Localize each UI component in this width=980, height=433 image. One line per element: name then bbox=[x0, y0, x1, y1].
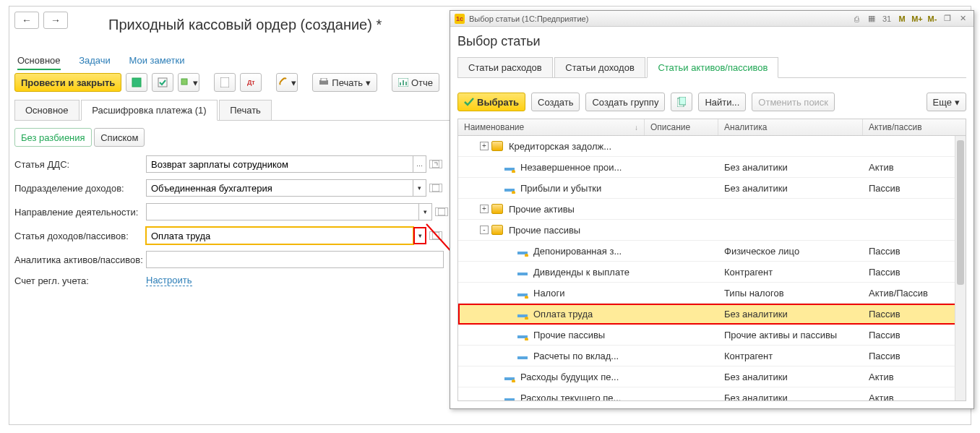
nav-back-button[interactable]: ← bbox=[14, 12, 39, 29]
direction-dd[interactable]: ▾ bbox=[419, 203, 432, 220]
col-ap[interactable]: Актив/пассив bbox=[863, 119, 966, 135]
dds-open[interactable] bbox=[429, 160, 442, 168]
tab-main[interactable]: Основное bbox=[14, 100, 79, 120]
doc-icon-2[interactable]: Дт bbox=[240, 73, 262, 92]
titlebar-m[interactable]: M bbox=[895, 13, 908, 25]
select-button[interactable]: Выбрать bbox=[457, 93, 525, 111]
tab-income[interactable]: Статьи доходов bbox=[554, 57, 645, 77]
direction-open[interactable] bbox=[435, 207, 448, 216]
expand-icon[interactable]: - bbox=[480, 226, 489, 234]
toplink-notes[interactable]: Мои заметки bbox=[129, 55, 184, 66]
based-on-button[interactable]: ▾ bbox=[178, 73, 199, 92]
folder-icon bbox=[491, 204, 503, 214]
dds-input[interactable] bbox=[146, 155, 413, 173]
row-name: Оплата труда bbox=[533, 309, 593, 320]
expand-icon[interactable]: + bbox=[480, 205, 489, 213]
dds-more[interactable]: … bbox=[413, 155, 426, 173]
tree-row[interactable]: Дивиденды к выплатеКонтрагентПассив bbox=[458, 262, 966, 283]
select-label: Выбрать bbox=[477, 97, 519, 108]
income-dd[interactable]: ▾ bbox=[413, 227, 426, 244]
tree-row[interactable]: Прибыли и убыткиБез аналитикиПассив bbox=[458, 178, 966, 199]
titlebar-calendar-icon[interactable]: 31 bbox=[880, 13, 893, 25]
account-configure-link[interactable]: Настроить bbox=[146, 275, 192, 286]
tree-row[interactable]: Расходы текущего пе...Без аналитикиАктив bbox=[458, 387, 966, 401]
mode-nosplit[interactable]: Без разбиения bbox=[14, 128, 92, 147]
cancel-search-button[interactable]: Отменить поиск bbox=[752, 93, 835, 111]
row-analytics: Физическое лицо bbox=[718, 246, 863, 257]
titlebar-restore-icon[interactable]: ❐ bbox=[941, 13, 954, 25]
row-name: Расчеты по вклад... bbox=[533, 351, 619, 361]
tree-row[interactable]: -Прочие пассивы bbox=[458, 220, 966, 241]
row-name: Расходы текущего пе... bbox=[520, 393, 621, 402]
post-icon[interactable] bbox=[152, 73, 173, 92]
svg-rect-7 bbox=[400, 82, 401, 85]
create-button[interactable]: Создать bbox=[531, 93, 580, 111]
tree-row[interactable]: Незавершенное прои...Без аналитикиАктив bbox=[458, 157, 966, 178]
tree-row[interactable]: НалогиТипы налоговАктив/Пассив bbox=[458, 283, 966, 304]
income-open[interactable] bbox=[429, 231, 442, 240]
toplink-tasks[interactable]: Задачи bbox=[79, 55, 111, 66]
titlebar-close-icon[interactable]: ✕ bbox=[956, 13, 969, 25]
tree-body[interactable]: +Кредиторская задолж...Незавершенное про… bbox=[457, 136, 966, 401]
tree-row[interactable]: Депонированная з...Физическое лицоПассив bbox=[458, 241, 966, 262]
analytics-input[interactable] bbox=[146, 251, 444, 268]
row-name: Прибыли и убытки bbox=[520, 183, 601, 194]
copy-icon[interactable] bbox=[671, 93, 692, 111]
tree-row[interactable]: Расходы будущих пе...Без аналитикиАктив bbox=[458, 366, 966, 387]
scrollbar[interactable] bbox=[955, 136, 966, 400]
row-name: Налоги bbox=[533, 288, 565, 299]
post-close-button[interactable]: Провести и закрыть bbox=[14, 73, 121, 92]
col-name[interactable]: Наименование↓ bbox=[458, 119, 645, 135]
dialog-titlebar[interactable]: 1c Выбор статьи (1С:Предприятие) ⎙ ▦ 31 … bbox=[450, 11, 973, 27]
save-icon[interactable] bbox=[126, 73, 147, 92]
reports-button[interactable]: Отче bbox=[392, 73, 439, 92]
row-analytics: Контрагент bbox=[718, 351, 863, 361]
dept-open[interactable] bbox=[429, 184, 442, 192]
svg-rect-0 bbox=[132, 78, 141, 87]
titlebar-mplus[interactable]: M+ bbox=[911, 13, 924, 25]
dialog-tabs: Статьи расходов Статьи доходов Статьи ак… bbox=[457, 56, 966, 78]
row-name: Прочие пассивы bbox=[509, 225, 580, 236]
attach-button[interactable]: ▾ bbox=[276, 73, 298, 92]
scrollbar-thumb[interactable] bbox=[957, 140, 964, 285]
tab-expenses[interactable]: Статьи расходов bbox=[457, 57, 553, 77]
toplink-main[interactable]: Основное bbox=[17, 55, 61, 70]
tab-print[interactable]: Печать bbox=[219, 100, 272, 120]
tab-assets[interactable]: Статьи активов/пассивов bbox=[647, 57, 778, 78]
svg-rect-3 bbox=[220, 77, 229, 87]
tree-row[interactable]: Оплата трудаБез аналитикиПассив bbox=[458, 304, 966, 325]
leaf-icon bbox=[517, 273, 528, 275]
direction-input[interactable] bbox=[146, 203, 419, 220]
col-analytics[interactable]: Аналитика bbox=[718, 119, 863, 135]
tab-decode[interactable]: Расшифровка платежа (1) bbox=[81, 100, 217, 121]
mode-list[interactable]: Списком bbox=[94, 128, 145, 147]
doc-icon-1[interactable] bbox=[214, 73, 236, 92]
tree-row[interactable]: +Кредиторская задолж... bbox=[458, 136, 966, 157]
dept-dd[interactable]: ▾ bbox=[413, 179, 426, 197]
tree-row[interactable]: Расчеты по вклад...КонтрагентПассив bbox=[458, 346, 966, 366]
titlebar-calc-icon[interactable]: ▦ bbox=[865, 13, 878, 25]
row-name: Дивиденды к выплате bbox=[533, 267, 629, 278]
leaf-icon bbox=[504, 168, 515, 171]
titlebar-mminus[interactable]: M- bbox=[926, 13, 939, 25]
leaf-icon bbox=[517, 252, 528, 254]
col-desc[interactable]: Описание bbox=[645, 119, 718, 135]
more-button[interactable]: Еще ▾ bbox=[927, 93, 966, 111]
income-input[interactable] bbox=[146, 227, 413, 244]
nav-forward-button[interactable]: → bbox=[43, 12, 68, 29]
create-group-button[interactable]: Создать группу bbox=[585, 93, 665, 111]
find-button[interactable]: Найти... bbox=[698, 93, 746, 111]
svg-rect-5 bbox=[321, 78, 327, 81]
page-title: Приходный кассовый ордер (создание) * bbox=[108, 17, 382, 33]
print-button[interactable]: Печать ▾ bbox=[312, 73, 377, 92]
dialog-title: Выбор статьи (1С:Предприятие) bbox=[469, 14, 588, 23]
tree-row[interactable]: +Прочие активы bbox=[458, 199, 966, 220]
expand-icon[interactable]: + bbox=[480, 142, 489, 150]
dialog-toolbar: Выбрать Создать Создать группу Найти... … bbox=[457, 93, 966, 111]
more-label: Еще bbox=[933, 97, 952, 108]
row-ap: Пассив bbox=[863, 246, 966, 257]
titlebar-print-icon[interactable]: ⎙ bbox=[850, 13, 863, 25]
tree-row[interactable]: Прочие пассивыПрочие активы и пассивыПас… bbox=[458, 325, 966, 346]
row-name: Кредиторская задолж... bbox=[509, 141, 611, 152]
dept-input[interactable] bbox=[146, 179, 413, 197]
